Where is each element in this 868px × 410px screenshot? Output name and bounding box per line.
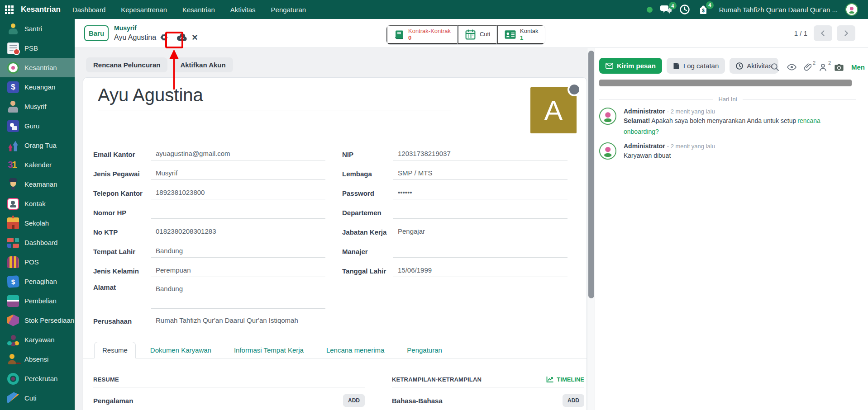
employee-name-field[interactable]: Ayu Agustina xyxy=(98,85,451,110)
activity-clock-icon[interactable] xyxy=(679,4,690,15)
notebook-tab[interactable]: Dokumen Karyawan xyxy=(142,342,219,358)
message-text: Karyawan dibuat xyxy=(624,151,855,161)
scrollbar-thumb[interactable] xyxy=(588,51,594,298)
field-value[interactable] xyxy=(393,207,568,219)
sidebar-item-label: Musyrif xyxy=(24,103,46,110)
sidebar-item-label: Keamanan xyxy=(24,180,57,188)
follow-button[interactable]: Men xyxy=(851,63,867,71)
new-record-button[interactable]: Baru xyxy=(84,25,109,41)
add-experience-button[interactable]: ADD xyxy=(343,394,365,407)
sidebar-item[interactable]: Stok Persediaan xyxy=(0,311,75,330)
notebook-tab[interactable]: Resume xyxy=(94,342,136,358)
leave-stat-button[interactable]: Cuti xyxy=(458,25,497,44)
field-value[interactable]: 0182380208301283 xyxy=(151,226,325,238)
sidebar-item[interactable]: Karyawan xyxy=(0,330,75,349)
sidebar-item[interactable]: Santri xyxy=(0,19,75,38)
follow-label: Men xyxy=(851,63,865,71)
user-avatar[interactable] xyxy=(845,3,858,16)
send-message-button[interactable]: Kirim pesan xyxy=(599,58,662,74)
field-value[interactable]: ayuagustina@gmail.com xyxy=(151,148,325,160)
message-author[interactable]: Administrator xyxy=(624,108,665,115)
log-note-button[interactable]: Log catatan xyxy=(667,58,725,74)
sidebar-item[interactable]: Perekrutan xyxy=(0,369,75,388)
sidebar-item[interactable]: Kalender xyxy=(0,155,75,174)
app-brand[interactable]: Kesantrian xyxy=(21,5,61,14)
sidebar-item[interactable]: Guru xyxy=(0,116,75,136)
field-value[interactable] xyxy=(151,207,325,219)
contacts-stat-button[interactable]: Kontak 1 xyxy=(497,25,544,44)
sidebar-item[interactable]: Sekolah xyxy=(0,213,75,233)
sidebar-item[interactable]: Kesantrian xyxy=(0,58,75,77)
sidebar-item[interactable]: Musyrif xyxy=(0,97,75,116)
discard-close-icon[interactable]: × xyxy=(192,33,198,42)
top-menu-item[interactable]: Pengaturan xyxy=(271,6,306,14)
message-avatar xyxy=(599,142,616,160)
sidebar-item-label: Karyawan xyxy=(24,336,55,344)
sidebar-item[interactable]: Pembelian xyxy=(0,291,75,311)
message-author[interactable]: Administrator xyxy=(624,142,665,150)
cloud-save-icon[interactable] xyxy=(176,33,188,42)
breadcrumb-parent[interactable]: Musyrif xyxy=(114,24,198,33)
timeline-link[interactable]: TIMELINE xyxy=(546,376,584,383)
field-value[interactable]: Bandung xyxy=(151,283,325,309)
user-company-name[interactable]: Rumah Tahfizh Qur'an Daarul Qur'an ... xyxy=(719,6,838,14)
field-value[interactable]: 12031738219037 xyxy=(393,148,568,160)
field-value[interactable]: •••••• xyxy=(393,187,568,199)
activate-account-button[interactable]: Aktifkan Akun xyxy=(173,57,233,72)
add-language-button[interactable]: ADD xyxy=(563,394,584,407)
form-field-row: Password •••••• xyxy=(342,184,568,203)
sidebar-item[interactable]: Penagihan xyxy=(0,272,75,291)
sidebar-item-icon xyxy=(7,392,19,404)
field-value[interactable]: SMP / MTS xyxy=(393,168,568,180)
notebook-tab[interactable]: Lencana menerima xyxy=(318,342,392,358)
field-value[interactable] xyxy=(393,245,568,258)
top-menu-item[interactable]: Aktivitas xyxy=(230,6,256,14)
day-divider-label: Hari Ini xyxy=(718,96,737,103)
sidebar-item[interactable]: Cuti xyxy=(0,388,75,408)
gear-icon[interactable] xyxy=(160,33,168,41)
camera-icon[interactable] xyxy=(835,64,844,71)
sidebar-item[interactable]: Keamanan xyxy=(0,174,75,194)
contracts-stat-button[interactable]: Kontrak-Kontrak 0 xyxy=(386,25,458,44)
eye-icon[interactable] xyxy=(787,64,796,71)
field-value[interactable]: 1892381023800 xyxy=(151,187,325,199)
sidebar-item[interactable]: Orang Tua xyxy=(0,136,75,155)
sidebar-item[interactable]: POS xyxy=(0,252,75,272)
top-menu-item[interactable]: Dashboard xyxy=(72,6,105,14)
book-icon xyxy=(394,29,405,40)
sidebar-item-icon xyxy=(7,373,19,385)
sidebar-item[interactable]: Dashboard xyxy=(0,233,75,252)
sidebar-item-icon xyxy=(7,237,19,249)
pager-next-button[interactable] xyxy=(837,25,855,41)
scrollbar-track[interactable] xyxy=(587,48,595,410)
send-message-label: Kirim pesan xyxy=(617,62,656,70)
leave-label: Cuti xyxy=(480,31,490,38)
form-field-row: Jabatan Kerja Pengajar xyxy=(342,222,568,242)
sidebar-item[interactable]: PSB xyxy=(0,38,75,58)
sidebar-item-label: Santri xyxy=(24,25,42,33)
followers-icon[interactable]: 2 xyxy=(819,63,827,71)
field-value[interactable]: 15/06/1999 xyxy=(393,265,568,277)
field-value[interactable]: Pengajar xyxy=(393,226,568,238)
message-text: Selamat!Apakah saya boleh menyarankan An… xyxy=(624,116,855,137)
launch-plan-button[interactable]: Rencana Peluncuran xyxy=(86,57,167,72)
notebook-tab[interactable]: Pengaturan xyxy=(399,342,450,358)
sidebar-item-icon xyxy=(7,42,19,54)
notebook-tab[interactable]: Informasi Tempat Kerja xyxy=(226,342,312,358)
apps-grid-icon[interactable] xyxy=(0,0,18,19)
pager-previous-button[interactable] xyxy=(814,25,832,41)
field-value[interactable]: Perempuan xyxy=(151,265,325,277)
employee-avatar[interactable]: A xyxy=(530,87,577,133)
sidebar-item[interactable]: Keuangan xyxy=(0,77,75,97)
field-value[interactable]: Bandung xyxy=(151,245,325,258)
moneybag-icon[interactable]: $ 4 xyxy=(698,5,709,15)
top-menu-item[interactable]: Kesantrian xyxy=(182,6,215,14)
field-value[interactable]: Rumah Tahfizh Qur'an Daarul Qur'an Istiq… xyxy=(151,315,325,327)
field-value[interactable]: Musyrif xyxy=(151,168,325,180)
top-menu-item[interactable]: Kepesantrenan xyxy=(121,6,167,14)
messages-icon[interactable]: 4 xyxy=(660,5,672,14)
sidebar-item[interactable]: Absensi xyxy=(0,349,75,369)
search-messages-icon[interactable] xyxy=(771,63,779,71)
attachments-icon[interactable]: 2 xyxy=(804,63,811,71)
sidebar-item[interactable]: Kontak xyxy=(0,194,75,213)
